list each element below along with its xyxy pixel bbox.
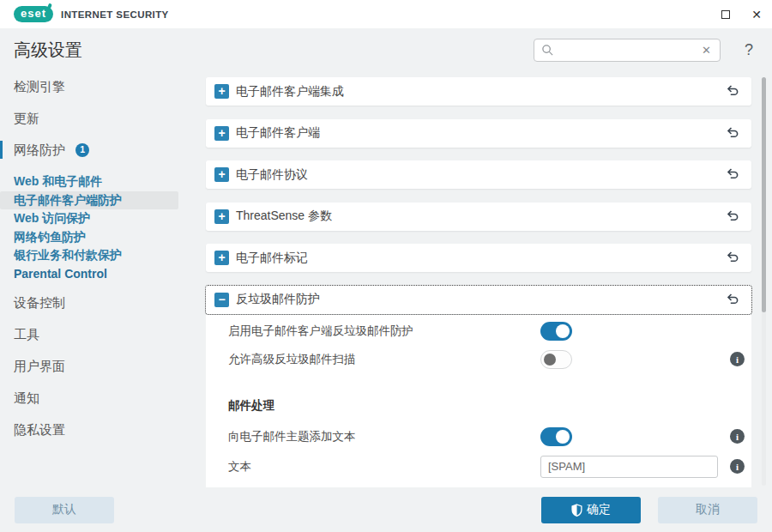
section-header-email-tagging[interactable]: + 电子邮件标记 <box>206 244 751 272</box>
page-title: 高级设置 <box>14 39 82 62</box>
search-input[interactable] <box>559 44 700 57</box>
revert-button[interactable] <box>724 83 741 100</box>
sidebar-item-web-and-email[interactable]: Web 和电子邮件 <box>0 172 196 191</box>
maximize-icon <box>721 10 730 19</box>
sidebar-item-device-control[interactable]: 设备控制 <box>0 293 196 311</box>
search-clear-icon[interactable]: ✕ <box>700 44 713 57</box>
scrollbar-thumb[interactable] <box>762 77 766 312</box>
toggle-add-text-to-subject[interactable] <box>540 427 572 446</box>
eset-logo: eset <box>14 6 53 22</box>
expand-icon[interactable]: + <box>214 126 229 141</box>
product-name: INTERNET SECURITY <box>61 9 169 20</box>
group-heading-message-processing: 邮件处理 <box>228 398 745 413</box>
section-title: 反垃圾邮件防护 <box>236 292 724 307</box>
setting-row-text: 文本 i <box>228 456 745 478</box>
header: 高级设置 ✕ ? <box>0 28 772 72</box>
sidebar-item-privacy-settings[interactable]: 隐私设置 <box>0 420 196 438</box>
revert-button[interactable] <box>724 166 741 184</box>
section-title: 电子邮件协议 <box>236 167 724 183</box>
toggle-knob <box>544 354 556 366</box>
sidebar-item-banking-protection[interactable]: 银行业务和付款保护 <box>0 246 196 265</box>
revert-icon <box>726 210 739 223</box>
settings-panel: + 电子邮件客户端集成 + 电子邮件客户端 + 电子邮件协议 <box>196 72 772 487</box>
cancel-button[interactable]: 取消 <box>658 497 757 523</box>
info-icon[interactable]: i <box>730 429 745 444</box>
section-header-email-clients[interactable]: + 电子邮件客户端 <box>206 119 751 148</box>
revert-icon <box>726 251 739 264</box>
setting-row-add-text-to-subject: 向电子邮件主题添加文本 i <box>228 427 745 446</box>
setting-label: 向电子邮件主题添加文本 <box>228 429 540 444</box>
sidebar-item-web-access-protection[interactable]: Web 访问保护 <box>0 209 196 228</box>
expand-icon[interactable]: + <box>214 251 229 265</box>
maximize-button[interactable] <box>710 0 741 28</box>
titlebar: eset INTERNET SECURITY ✕ <box>0 0 772 28</box>
attention-count-badge: 1 <box>75 143 89 157</box>
sidebar-item-antiphishing[interactable]: 网络钓鱼防护 <box>0 228 196 247</box>
expand-icon[interactable]: + <box>214 209 229 224</box>
toggle-knob <box>556 324 570 338</box>
toggle-enable-antispam[interactable] <box>540 322 572 341</box>
setting-label: 启用电子邮件客户端反垃圾邮件防护 <box>228 323 540 339</box>
section-header-email-protocols[interactable]: + 电子邮件协议 <box>206 160 751 189</box>
section-header-antispam-protection[interactable]: − 反垃圾邮件防护 <box>206 286 751 314</box>
expand-icon[interactable]: + <box>214 167 229 182</box>
ok-button[interactable]: 确定 <box>541 497 641 523</box>
section-title: 电子邮件标记 <box>236 251 724 266</box>
subject-text-input[interactable] <box>540 456 718 478</box>
sidebar-item-update[interactable]: 更新 <box>0 109 196 127</box>
info-icon[interactable]: i <box>730 459 745 474</box>
sidebar-item-notifications[interactable]: 通知 <box>0 389 196 407</box>
sidebar-item-user-interface[interactable]: 用户界面 <box>0 357 196 375</box>
setting-row-enable-antispam: 启用电子邮件客户端反垃圾邮件防护 <box>228 322 745 341</box>
sidebar-item-detection-engine[interactable]: 检测引擎 <box>0 77 196 95</box>
toggle-advanced-antispam-scan[interactable] <box>540 350 572 369</box>
revert-button[interactable] <box>724 291 741 308</box>
ok-button-label: 确定 <box>587 502 611 517</box>
sidebar-item-tools[interactable]: 工具 <box>0 325 196 343</box>
revert-button[interactable] <box>724 124 741 142</box>
expand-icon[interactable]: + <box>214 84 229 99</box>
sidebar: 检测引擎 更新 网络防护 1 Web 和电子邮件 电子邮件客户端防护 Web 访… <box>0 72 196 487</box>
close-button[interactable]: ✕ <box>741 0 772 28</box>
search-box[interactable]: ✕ <box>534 39 721 62</box>
shield-icon <box>571 504 582 517</box>
section-title: ThreatSense 参数 <box>236 209 724 224</box>
setting-label: 文本 <box>228 459 540 475</box>
section-title: 电子邮件客户端 <box>236 125 724 141</box>
section-header-email-client-integration[interactable]: + 电子邮件客户端集成 <box>206 77 751 106</box>
revert-icon <box>726 127 739 140</box>
content: 检测引擎 更新 网络防护 1 Web 和电子邮件 电子邮件客户端防护 Web 访… <box>0 72 772 487</box>
help-button[interactable]: ? <box>739 41 758 59</box>
close-icon: ✕ <box>751 8 762 21</box>
sidebar-item-email-client-protection[interactable]: 电子邮件客户端防护 <box>0 191 178 210</box>
section-title: 电子邮件客户端集成 <box>236 84 724 100</box>
toggle-knob <box>556 430 570 444</box>
sidebar-item-label: 网络防护 <box>14 142 65 157</box>
sidebar-item-network-protection[interactable]: 网络防护 1 <box>0 141 196 159</box>
revert-button[interactable] <box>724 250 741 267</box>
default-button[interactable]: 默认 <box>15 497 114 523</box>
revert-button[interactable] <box>724 208 741 225</box>
section-header-threatsense-parameters[interactable]: + ThreatSense 参数 <box>206 203 751 231</box>
revert-icon <box>726 293 739 306</box>
sidebar-subgroup: Web 和电子邮件 电子邮件客户端防护 Web 访问保护 网络钓鱼防护 银行业务… <box>0 172 196 283</box>
revert-icon <box>726 85 739 98</box>
info-icon[interactable]: i <box>730 352 745 366</box>
collapse-icon[interactable]: − <box>214 293 229 307</box>
setting-row-advanced-antispam-scan: 允许高级反垃圾邮件扫描 i <box>228 350 745 369</box>
search-icon <box>541 44 554 57</box>
revert-icon <box>726 168 739 181</box>
footer: 默认 确定 取消 <box>0 487 772 532</box>
sidebar-item-parental-control[interactable]: Parental Control <box>0 265 196 284</box>
antispam-panel-body: 启用电子邮件客户端反垃圾邮件防护 允许高级反垃圾邮件扫描 i 邮件处理 向电子邮… <box>206 315 751 488</box>
setting-label: 允许高级反垃圾邮件扫描 <box>228 352 540 367</box>
